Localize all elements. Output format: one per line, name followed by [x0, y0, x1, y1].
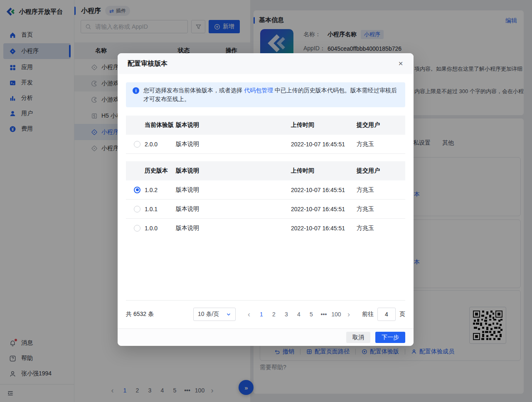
col-version-desc: 版本说明 [176, 167, 291, 175]
col-current-version: 当前体验版 [126, 121, 176, 129]
version-radio[interactable] [134, 141, 140, 148]
version-desc: 版本说明 [176, 224, 291, 232]
version-desc: 版本说明 [176, 205, 291, 213]
table-header: 历史版本 版本说明 上传时间 提交用户 [126, 161, 405, 180]
prev-page-button[interactable]: ‹ [244, 309, 254, 319]
page-number[interactable]: 1 [256, 309, 266, 319]
goto-page-input[interactable] [377, 308, 396, 321]
version-radio-checked[interactable] [134, 187, 140, 193]
upload-time: 2022-10-07 16:45:51 [291, 206, 357, 212]
submit-user: 方兆玉 [357, 186, 405, 194]
page-size-value: 10 条/页 [198, 311, 219, 318]
banner-text: 您可选择发布当前体验版本，或者选择 [143, 87, 244, 94]
version-radio[interactable] [134, 225, 140, 232]
upload-time: 2022-10-07 16:45:51 [291, 187, 357, 193]
page-size-select[interactable]: 10 条/页 [193, 308, 236, 321]
page-ellipsis[interactable]: ••• [319, 309, 329, 319]
goto-page: 前往 页 [362, 308, 405, 321]
total-count: 共 6532 条 [126, 311, 154, 318]
modal-footer: 取消 下一步 [118, 328, 414, 346]
page-number[interactable]: 5 [306, 309, 316, 319]
submit-user: 方兆玉 [357, 205, 405, 213]
version-number: 1.0.1 [145, 206, 158, 212]
goto-label: 前往 [362, 311, 374, 318]
version-number: 2.0.0 [145, 141, 158, 148]
page-number[interactable]: 3 [281, 309, 291, 319]
modal-header: 配置审核版本 × [118, 53, 414, 74]
version-row[interactable]: 2.0.0 版本说明 2022-10-07 16:45:51 方兆玉 [126, 135, 405, 154]
screen: 小程序开放平台 首页 小程序 应用 [0, 0, 532, 402]
version-row-selected[interactable]: 1.0.2 版本说明 2022-10-07 16:45:51 方兆玉 [126, 180, 405, 200]
version-number: 1.0.2 [145, 187, 158, 193]
page-number[interactable]: 2 [269, 309, 279, 319]
upload-time: 2022-10-07 16:45:51 [291, 141, 357, 148]
col-version-desc: 版本说明 [176, 121, 291, 129]
info-icon: i [133, 87, 139, 94]
chevron-down-icon [226, 312, 231, 317]
version-radio[interactable] [134, 206, 140, 212]
col-history-version: 历史版本 [126, 167, 176, 175]
version-row[interactable]: 1.0.0 版本说明 2022-10-07 16:45:51 方兆玉 [126, 219, 405, 238]
close-icon[interactable]: × [395, 58, 406, 69]
version-number: 1.0.0 [145, 225, 158, 232]
submit-user: 方兆玉 [357, 224, 405, 232]
modal-body: i 您可选择发布当前体验版本，或者选择 代码包管理 中已上传的历史版本代码包。版… [118, 74, 414, 328]
info-banner: i 您可选择发布当前体验版本，或者选择 代码包管理 中已上传的历史版本代码包。版… [126, 82, 405, 107]
table-header: 当前体验版 版本说明 上传时间 提交用户 [126, 116, 405, 135]
version-row[interactable]: 1.0.1 版本说明 2022-10-07 16:45:51 方兆玉 [126, 200, 405, 219]
col-upload-time: 上传时间 [291, 167, 357, 175]
next-step-button[interactable]: 下一步 [375, 332, 405, 343]
cancel-button[interactable]: 取消 [346, 332, 370, 343]
next-page-button[interactable]: › [344, 309, 354, 319]
upload-time: 2022-10-07 16:45:51 [291, 225, 357, 232]
col-submit-user: 提交用户 [357, 167, 405, 175]
page-number[interactable]: 4 [294, 309, 304, 319]
code-package-link[interactable]: 代码包管理 [244, 87, 273, 94]
col-submit-user: 提交用户 [357, 121, 405, 129]
version-desc: 版本说明 [176, 141, 291, 148]
history-version-table: 历史版本 版本说明 上传时间 提交用户 1.0.2 版本说明 2022-10-0… [126, 161, 405, 301]
current-version-table: 当前体验版 版本说明 上传时间 提交用户 2.0.0 版本说明 2022-10-… [126, 116, 405, 154]
version-desc: 版本说明 [176, 186, 291, 194]
modal-pagination: 共 6532 条 10 条/页 ‹ 1 2 3 4 5 ••• 100 › [126, 301, 405, 328]
page-number[interactable]: 100 [331, 309, 341, 319]
col-upload-time: 上传时间 [291, 121, 357, 129]
page-list: ‹ 1 2 3 4 5 ••• 100 › [244, 309, 354, 319]
goto-suffix: 页 [399, 311, 405, 318]
configure-review-version-modal: 配置审核版本 × i 您可选择发布当前体验版本，或者选择 代码包管理 中已上传的… [118, 53, 414, 346]
modal-title: 配置审核版本 [128, 59, 167, 68]
submit-user: 方兆玉 [357, 141, 405, 148]
